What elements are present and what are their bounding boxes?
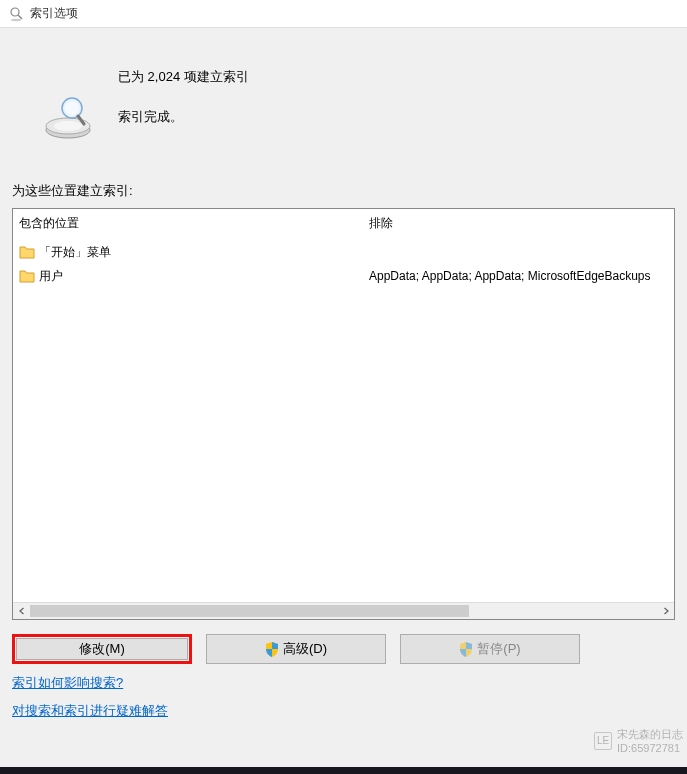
location-name: 「开始」菜单 <box>39 244 111 261</box>
folder-icon <box>19 268 35 284</box>
exclude-value: AppData; AppData; AppData; MicrosoftEdge… <box>369 264 675 288</box>
svg-point-5 <box>54 121 82 131</box>
list-item[interactable]: 用户 <box>19 264 357 288</box>
titlebar[interactable]: 索引选项 <box>0 0 687 28</box>
folder-icon <box>19 244 35 260</box>
footer-bar <box>0 767 687 774</box>
locations-label: 为这些位置建立索引: <box>12 182 675 208</box>
button-row: 修改(M) 高级(D) <box>12 620 675 674</box>
scroll-right-arrow-icon[interactable] <box>657 603 674 620</box>
locations-listview[interactable]: 包含的位置 「开始」菜单 用户 排除 <box>12 208 675 620</box>
watermark-logo-icon: LE <box>594 732 612 750</box>
magnifier-icon <box>8 6 24 22</box>
location-name: 用户 <box>39 268 63 285</box>
shield-icon <box>459 642 473 657</box>
indexing-options-window: 索引选项 已为 2,024 项建立索引 索引完成。 为这些位置建立索引: <box>0 0 687 774</box>
horizontal-scrollbar[interactable] <box>13 602 674 619</box>
column-header-included[interactable]: 包含的位置 <box>19 215 357 240</box>
exclude-value <box>369 240 675 264</box>
watermark-name: 宋先森的日志 <box>617 727 683 742</box>
list-item[interactable]: 「开始」菜单 <box>19 240 357 264</box>
svg-point-0 <box>11 8 19 16</box>
column-header-exclude[interactable]: 排除 <box>369 215 675 240</box>
svg-point-7 <box>65 101 79 115</box>
scroll-left-arrow-icon[interactable] <box>13 603 30 620</box>
highlight-annotation: 修改(M) <box>12 634 192 664</box>
watermark: LE 宋先森的日志 ID:65972781 <box>594 727 683 754</box>
window-title: 索引选项 <box>30 5 78 22</box>
shield-icon <box>265 642 279 657</box>
advanced-button[interactable]: 高级(D) <box>206 634 386 664</box>
status-section: 已为 2,024 项建立索引 索引完成。 <box>12 28 675 182</box>
indexed-count-text: 已为 2,024 项建立索引 <box>118 68 249 86</box>
scroll-track[interactable] <box>30 603 657 619</box>
pause-button: 暂停(P) <box>400 634 580 664</box>
disk-magnifier-icon <box>42 90 94 142</box>
how-indexing-affects-search-link[interactable]: 索引如何影响搜索? <box>12 674 123 692</box>
troubleshoot-link[interactable]: 对搜索和索引进行疑难解答 <box>12 702 168 720</box>
svg-line-1 <box>18 15 22 19</box>
modify-button[interactable]: 修改(M) <box>16 638 188 660</box>
watermark-id: ID:65972781 <box>617 742 683 754</box>
svg-point-2 <box>11 18 21 20</box>
scroll-thumb[interactable] <box>30 605 469 617</box>
indexing-status-text: 索引完成。 <box>118 108 249 126</box>
